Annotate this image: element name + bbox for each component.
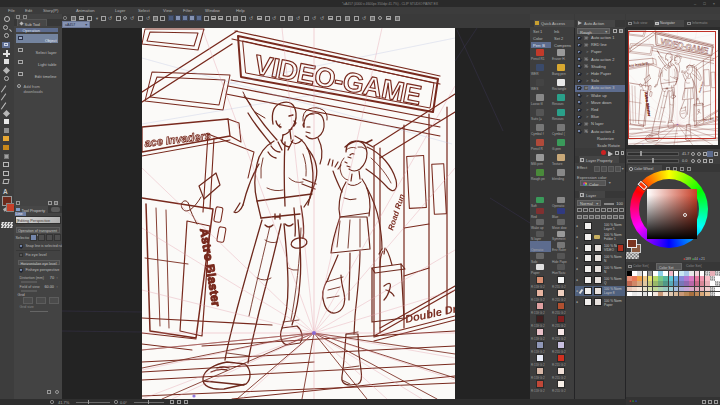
svg-text:VIDEO-GAME: VIDEO-GAME <box>252 49 424 110</box>
